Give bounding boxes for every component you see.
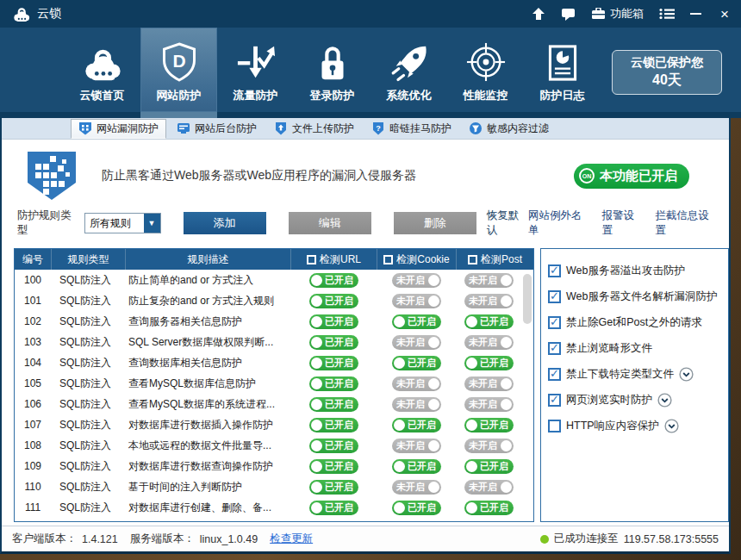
rule-description: 本地或远程的数据文件批量导... [125, 439, 290, 453]
nav-item-login-protection[interactable]: 登录防护 [294, 28, 370, 112]
add-rule-button[interactable]: 添加 [184, 212, 266, 234]
table-row: 101SQL防注入防止复杂的and or 方式注入规则已开启未开启未开启 [15, 290, 533, 311]
toggle-on[interactable]: 已开启 [464, 501, 514, 515]
toggle-on[interactable]: 已开启 [464, 356, 514, 370]
rules-table: 编号 规则类型 规则描述 检测URL 检测Cookie 检测Post 100SQ… [14, 248, 534, 522]
main-navigation: 云锁首页 D 网站防护 流量防护 登录防护 系统优化 [0, 28, 741, 112]
toggle-off[interactable]: 未开启 [392, 376, 441, 391]
delete-rule-button[interactable]: 删除 [394, 212, 476, 234]
option-checkbox[interactable] [548, 342, 561, 355]
option-checkbox[interactable] [548, 420, 561, 432]
toggle-off[interactable]: 未开启 [392, 397, 441, 412]
toggle-on[interactable]: 已开启 [309, 397, 358, 412]
toggle-off[interactable]: 未开启 [392, 335, 441, 350]
expand-chevron-icon[interactable] [657, 393, 672, 408]
rule-description: 查询服务器相关信息防护 [125, 314, 290, 329]
rule-description: 防止简单的and or 方式注入 [125, 273, 290, 288]
client-version-label: 客户端版本： [12, 532, 77, 546]
rule-id: 106 [15, 398, 51, 410]
nav-bottom-strip [0, 112, 741, 118]
toggle-on[interactable]: 已开启 [392, 356, 441, 370]
edit-rule-button[interactable]: 编辑 [289, 212, 371, 234]
nav-item-home[interactable]: 云锁首页 [64, 28, 140, 112]
toggle-on[interactable]: 已开启 [309, 273, 358, 288]
check-update-link[interactable]: 检查更新 [270, 532, 313, 546]
toggle-off[interactable]: 未开启 [392, 273, 441, 288]
toggle-on[interactable]: 已开启 [464, 418, 514, 432]
toggle-off[interactable]: 未开启 [464, 439, 514, 453]
minimize-button[interactable] [690, 13, 701, 15]
restore-defaults-link[interactable]: 恢复默认 [487, 208, 528, 238]
filter-circle-icon [469, 121, 483, 135]
toggle-on[interactable]: 已开启 [464, 459, 514, 474]
toggle-on[interactable]: 已开启 [309, 335, 358, 350]
table-scrollbar-thumb[interactable] [523, 274, 532, 324]
option-checkbox[interactable] [548, 316, 561, 329]
tab-sensitive-content-filter[interactable]: 敏感内容过滤 [462, 119, 556, 139]
option-checkbox[interactable] [548, 290, 561, 303]
expand-chevron-icon[interactable] [679, 367, 694, 382]
nav-item-system-optimization[interactable]: 系统优化 [370, 28, 447, 112]
upgrade-icon[interactable] [532, 8, 545, 21]
rule-description: 查询数据库相关信息防护 [125, 356, 290, 370]
sub-tabs: 网站漏洞防护 网站后台防护 文件上传防护 ? 暗链挂马防护 敏感内容过滤 [2, 118, 729, 140]
check-cookie-checkbox[interactable] [383, 255, 393, 264]
toggle-off[interactable]: 未开启 [464, 376, 514, 391]
monitor-icon [177, 121, 190, 135]
menu-list-icon[interactable] [659, 8, 675, 20]
rule-description: 查看MySQL数据库的系统进程... [125, 397, 290, 412]
toggle-on[interactable]: 已开启 [309, 356, 358, 370]
toggle-on[interactable]: 已开启 [309, 480, 358, 495]
toggle-on[interactable]: 已开启 [309, 418, 358, 432]
toggle-off[interactable]: 未开启 [464, 294, 514, 308]
close-button[interactable]: × [717, 7, 732, 22]
toggle-on[interactable]: 已开启 [392, 459, 441, 474]
shield-d-icon: D [161, 40, 197, 82]
option-checkbox[interactable] [548, 368, 561, 381]
check-url-checkbox[interactable] [307, 255, 316, 264]
toggle-on[interactable]: 已开启 [464, 521, 514, 522]
toggle-on[interactable]: 已开启 [392, 521, 441, 522]
alarm-settings-link[interactable]: 报警设置 [602, 208, 644, 238]
toggle-on[interactable]: 已开启 [309, 314, 358, 329]
chevron-down-icon: ▼ [144, 214, 160, 233]
toggle-on[interactable]: 已开启 [392, 501, 441, 515]
toggle-on[interactable]: 已开启 [392, 418, 441, 432]
toggle-on[interactable]: 已开启 [309, 521, 358, 522]
expand-chevron-icon[interactable] [664, 419, 679, 433]
nav-item-traffic-protection[interactable]: 流量防护 [217, 28, 294, 112]
toggle-off[interactable]: 未开启 [392, 480, 441, 495]
tab-web-vulnerability-protection[interactable]: 网站漏洞防护 [71, 119, 166, 139]
toggle-off[interactable]: 未开启 [392, 439, 441, 453]
toggle-on[interactable]: 已开启 [392, 314, 441, 329]
toolbox-button[interactable]: 功能箱 [591, 6, 644, 22]
toggle-on[interactable]: 已开启 [309, 439, 358, 453]
tab-website-backend-protection[interactable]: 网站后台防护 [170, 119, 264, 139]
feedback-icon[interactable] [561, 8, 576, 21]
toggle-off[interactable]: 未开启 [392, 294, 441, 308]
table-row: 105SQL防注入查看MySQL数据库信息防护已开启未开启未开启 [15, 373, 533, 394]
toggle-on[interactable]: 已开启 [464, 314, 514, 329]
toggle-off[interactable]: 未开启 [464, 397, 514, 412]
option-checkbox[interactable] [548, 264, 561, 277]
nav-item-website-protection[interactable]: D 网站防护 [140, 28, 217, 112]
toggle-off[interactable]: 未开启 [464, 335, 514, 350]
toggle-off[interactable]: 未开启 [464, 480, 514, 495]
toggle-on[interactable]: 已开启 [309, 294, 358, 308]
feature-enabled-button[interactable]: ON 本功能已开启 [574, 164, 689, 189]
check-post-checkbox[interactable] [468, 255, 477, 264]
nav-item-protection-logs[interactable]: 防护日志 [524, 28, 601, 112]
rule-type-select[interactable]: 所有规则 ▼ [84, 213, 160, 233]
website-exception-list-link[interactable]: 网站例外名单 [528, 208, 590, 238]
nav-item-performance-monitor[interactable]: 性能监控 [447, 28, 524, 112]
block-message-settings-link[interactable]: 拦截信息设置 [655, 208, 717, 238]
toggle-on[interactable]: 已开启 [309, 459, 358, 474]
toggle-on[interactable]: 已开启 [309, 376, 358, 391]
toggle-on[interactable]: 已开启 [309, 501, 358, 515]
protection-option: HTTP响应内容保护 [548, 413, 721, 439]
option-checkbox[interactable] [548, 394, 561, 407]
col-desc-header: 规则描述 [125, 249, 290, 270]
toggle-off[interactable]: 未开启 [464, 273, 514, 288]
tab-file-upload-protection[interactable]: 文件上传防护 [267, 119, 361, 139]
tab-hidden-link-protection[interactable]: ? 暗链挂马防护 [364, 119, 458, 139]
